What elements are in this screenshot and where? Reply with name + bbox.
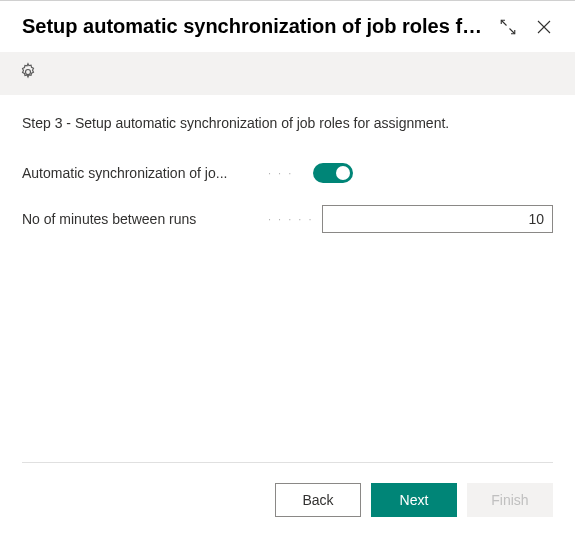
step-description: Step 3 - Setup automatic synchronization… (22, 115, 553, 131)
dots-separator: · · · (262, 167, 299, 179)
finish-button: Finish (467, 483, 553, 517)
close-icon[interactable] (533, 16, 555, 38)
dots-separator: · · · · · (262, 213, 320, 225)
minutes-input[interactable] (322, 205, 553, 233)
minutes-label: No of minutes between runs (22, 211, 262, 227)
gear-icon (18, 62, 38, 85)
back-button[interactable]: Back (275, 483, 361, 517)
next-button[interactable]: Next (371, 483, 457, 517)
dialog-title: Setup automatic synchronization of job r… (22, 15, 497, 38)
auto-sync-toggle[interactable] (313, 163, 353, 183)
expand-icon[interactable] (497, 16, 519, 38)
toolbar (0, 52, 575, 95)
svg-point-0 (26, 70, 31, 75)
auto-sync-label: Automatic synchronization of jo... (22, 165, 262, 181)
